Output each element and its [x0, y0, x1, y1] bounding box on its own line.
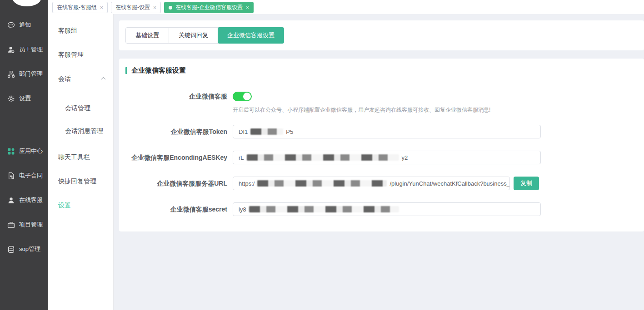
token-input[interactable]: DI1 P5: [233, 125, 541, 138]
field-label: 企业微信客服Token: [119, 125, 233, 138]
close-icon[interactable]: ×: [246, 5, 249, 10]
sidebar-item-label: 在线客服: [19, 196, 43, 204]
page-tab[interactable]: 在线客服-客服组 ×: [52, 2, 108, 13]
database-icon: [7, 246, 15, 253]
value-prefix: DI1: [239, 128, 248, 135]
customer-service-icon: [7, 197, 15, 204]
aeskey-input[interactable]: rL y2: [233, 151, 541, 164]
contract-icon: [7, 172, 15, 180]
value-prefix: https:/: [239, 180, 255, 187]
close-icon[interactable]: ×: [153, 5, 156, 10]
chevron-up-icon: [101, 77, 106, 82]
menu-item-service-management[interactable]: 客服管理: [48, 43, 113, 67]
menu-item-label: 客服组: [58, 27, 77, 35]
sidebar-item-e-contract[interactable]: 电子合同: [0, 163, 48, 188]
sidebar-item-departments[interactable]: 部门管理: [0, 62, 48, 86]
menu-item-label: 会话消息管理: [65, 127, 103, 135]
primary-sidebar: 通知 员工管理 部门管理 设置: [0, 0, 48, 310]
menu-item-label: 会话管理: [65, 104, 90, 113]
menu-item-label: 会话: [58, 75, 71, 83]
sidebar-item-projects[interactable]: 项目管理: [0, 212, 48, 237]
sidebar-item-notifications[interactable]: 通知: [0, 13, 48, 37]
menu-item-session-management[interactable]: 会话管理: [48, 97, 113, 120]
menu-item-label: 聊天工具栏: [58, 153, 90, 162]
menu-item-settings-active[interactable]: 设置: [48, 193, 113, 217]
menu-item-label: 快捷回复管理: [58, 177, 96, 186]
sidebar-item-label: sop管理: [19, 245, 40, 253]
redacted-value: [247, 154, 399, 161]
form-row-toggle: 企业微信客服 开启后可以在公众号、小程序端配置企业微信客服，用户发起咨询在线客服…: [119, 89, 644, 114]
page-tab-label: 在线客服-企业微信客服设置: [175, 4, 243, 11]
toggle-control: 开启后可以在公众号、小程序端配置企业微信客服，用户发起咨询在线客服可接收、回复企…: [233, 89, 490, 114]
page-tab-active[interactable]: 在线客服-企业微信客服设置 ×: [164, 2, 254, 13]
tab-basic-settings[interactable]: 基础设置: [126, 28, 169, 43]
secondary-sidebar: 客服组 客服管理 会话 会话管理 会话消息管理: [48, 14, 114, 310]
gear-icon: [7, 95, 15, 103]
section-title: 企业微信客服设置: [131, 66, 186, 75]
project-icon: [7, 221, 15, 229]
tabs-card: 基础设置 关键词回复 企业微信客服设置: [119, 20, 644, 50]
sidebar-item-settings[interactable]: 设置: [0, 86, 48, 111]
toggle-knob: [243, 93, 251, 100]
sidebar-item-label: 通知: [19, 21, 31, 29]
sidebar-spacer: [0, 111, 48, 139]
sidebar-item-label: 应用中心: [19, 147, 43, 155]
sidebar-item-sop[interactable]: sop管理: [0, 237, 48, 261]
main-content: 基础设置 关键词回复 企业微信客服设置 企业微信客服设置: [114, 14, 644, 310]
form-row-server-url: 企业微信客服服务器URL https:/ /plugin/YunChat/wec…: [119, 177, 644, 190]
sidebar-item-label: 设置: [19, 94, 31, 103]
form-row-secret: 企业微信客服secret ly8: [119, 202, 644, 216]
sidebar-item-label: 部门管理: [19, 70, 43, 78]
value-suffix: P5: [286, 128, 293, 135]
field-label: 企业微信客服secret: [119, 202, 233, 216]
page-tab-label: 在线客服-客服组: [57, 4, 97, 11]
server-url-input[interactable]: https:/ /plugin/YunChat/wechatKfCallback…: [233, 177, 510, 190]
menu-item-service-groups[interactable]: 客服组: [48, 19, 113, 43]
sidebar-item-employees[interactable]: 员工管理: [0, 37, 48, 62]
menu-item-quick-replies[interactable]: 快捷回复管理: [48, 169, 113, 193]
tab-label: 基础设置: [135, 32, 159, 39]
copy-button[interactable]: 复制: [514, 177, 539, 190]
chat-bubble-icon: [7, 21, 15, 29]
menu-item-chat-toolbar[interactable]: 聊天工具栏: [48, 145, 113, 169]
tab-keyword-replies[interactable]: 关键词回复: [169, 28, 218, 43]
form-card: 企业微信客服设置 企业微信客服 开启后可以在公众号、小程序端配置企业微信客服，用…: [119, 59, 644, 231]
field-label: 企业微信客服: [119, 89, 233, 114]
apps-icon: [7, 148, 15, 155]
page-tab-bar: 在线客服-客服组 × 在线客服-设置 × 在线客服-企业微信客服设置 ×: [48, 0, 644, 14]
active-dot-icon: [169, 6, 172, 10]
url-control: https:/ /plugin/YunChat/wechatKfCallback…: [233, 177, 539, 190]
settings-form: 企业微信客服 开启后可以在公众号、小程序端配置企业微信客服，用户发起咨询在线客服…: [119, 89, 644, 216]
tab-label: 关键词回复: [179, 32, 208, 39]
menu-item-session-messages[interactable]: 会话消息管理: [48, 120, 113, 143]
lower-area: 客服组 客服管理 会话 会话管理 会话消息管理: [48, 14, 644, 310]
redacted-value: [249, 206, 399, 212]
employee-icon: [7, 46, 15, 54]
page-tab[interactable]: 在线客服-设置 ×: [111, 2, 161, 13]
page-tab-label: 在线客服-设置: [115, 4, 150, 11]
tab-wecom-service-settings[interactable]: 企业微信客服设置: [218, 27, 284, 44]
sidebar-item-online-service[interactable]: 在线客服: [0, 188, 48, 212]
value-prefix: rL: [239, 154, 244, 161]
wecom-service-toggle[interactable]: [233, 92, 252, 101]
sidebar-item-label: 电子合同: [19, 172, 43, 180]
toggle-hint: 开启后可以在公众号、小程序端配置企业微信客服，用户发起咨询在线客服可接收、回复企…: [233, 106, 490, 114]
section-accent-bar: [125, 67, 127, 74]
secret-input[interactable]: ly8: [233, 202, 541, 216]
sidebar-item-label: 员工管理: [19, 45, 43, 54]
right-column: 在线客服-客服组 × 在线客服-设置 × 在线客服-企业微信客服设置 × 客服组…: [48, 0, 644, 310]
form-row-token: 企业微信客服Token DI1 P5: [119, 125, 644, 138]
value-suffix: y2: [402, 154, 408, 161]
menu-item-label: 客服管理: [58, 51, 84, 59]
menu-item-sessions[interactable]: 会话: [48, 67, 113, 91]
settings-tab-group: 基础设置 关键词回复 企业微信客服设置: [125, 27, 284, 44]
sessions-submenu: 会话管理 会话消息管理: [48, 97, 113, 143]
close-icon[interactable]: ×: [100, 5, 103, 10]
value-prefix: ly8: [239, 206, 246, 213]
redacted-value: [257, 180, 387, 187]
app-window: 通知 员工管理 部门管理 设置: [0, 0, 644, 310]
department-icon: [7, 70, 15, 78]
redacted-value: [250, 128, 283, 135]
tab-label: 企业微信客服设置: [227, 32, 275, 39]
sidebar-item-app-center[interactable]: 应用中心: [0, 139, 48, 163]
